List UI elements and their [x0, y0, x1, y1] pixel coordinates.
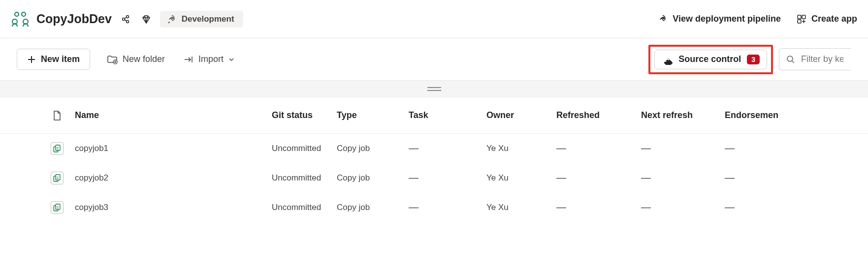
cell-endorsement: —: [723, 143, 868, 154]
stage-pill[interactable]: Development: [160, 11, 243, 28]
cell-task: —: [407, 172, 484, 183]
search-icon: [786, 55, 795, 64]
source-control-button[interactable]: Source control 3: [654, 50, 767, 69]
svg-point-5: [126, 15, 129, 18]
cell-task: —: [407, 202, 484, 213]
cell-type: Copy job: [335, 144, 407, 153]
cell-refreshed: —: [554, 172, 639, 183]
cell-owner: Ye Xu: [484, 173, 554, 183]
header-left: CopyJobDev Development: [11, 11, 243, 28]
col-refreshed[interactable]: Refreshed: [554, 110, 639, 120]
cell-type: Copy job: [335, 173, 407, 183]
col-owner[interactable]: Owner: [484, 110, 554, 120]
cell-owner: Ye Xu: [484, 144, 554, 153]
col-endorsement[interactable]: Endorsemen: [723, 110, 868, 120]
new-folder-button[interactable]: New folder: [105, 51, 167, 67]
copy-job-icon: [51, 172, 64, 184]
diamond-icon[interactable]: [139, 12, 153, 26]
table-body: copyjob1 Uncommitted Copy job — Ye Xu — …: [0, 134, 868, 222]
col-type[interactable]: Type: [335, 110, 407, 120]
create-app-label: Create app: [811, 14, 857, 24]
cell-next-refresh: —: [639, 172, 723, 183]
toolbar-right: Source control 3: [648, 45, 851, 74]
create-app-link[interactable]: Create app: [797, 14, 857, 24]
view-pipeline-link[interactable]: View deployment pipeline: [658, 14, 781, 24]
source-control-highlight: Source control 3: [648, 45, 773, 74]
cell-refreshed: —: [554, 202, 639, 213]
workspace-icon: [11, 11, 30, 28]
drag-handle[interactable]: [427, 87, 441, 91]
cell-name: copyjob2: [73, 173, 270, 183]
svg-point-0: [15, 12, 19, 16]
chevron-down-icon: [228, 57, 234, 62]
new-item-label: New item: [41, 54, 80, 64]
svg-rect-12: [802, 15, 805, 19]
stage-label: Development: [182, 14, 234, 24]
svg-point-27: [787, 56, 793, 61]
cell-name: copyjob1: [73, 144, 270, 153]
cell-git-status: Uncommitted: [270, 144, 335, 153]
cell-task: —: [407, 143, 484, 154]
svg-point-10: [663, 17, 664, 18]
header-right: View deployment pipeline Create app: [658, 14, 857, 24]
table-row[interactable]: copyjob1 Uncommitted Copy job — Ye Xu — …: [0, 134, 868, 163]
svg-line-7: [125, 17, 127, 19]
header-bar: CopyJobDev Development: [0, 0, 868, 38]
folder-plus-icon: [107, 55, 118, 64]
copy-job-icon: [51, 142, 64, 155]
source-control-label: Source control: [678, 54, 741, 64]
view-pipeline-label: View deployment pipeline: [673, 14, 781, 24]
svg-rect-11: [798, 15, 801, 19]
filter-input-wrap[interactable]: [779, 48, 851, 70]
document-icon: [53, 110, 62, 121]
cell-git-status: Uncommitted: [270, 203, 335, 212]
cell-refreshed: —: [554, 143, 639, 154]
source-control-badge: 3: [747, 55, 760, 64]
svg-line-8: [125, 20, 127, 21]
cell-git-status: Uncommitted: [270, 173, 335, 183]
svg-rect-13: [798, 20, 801, 23]
plus-icon: [27, 55, 36, 64]
col-task[interactable]: Task: [407, 110, 484, 120]
share-icon[interactable]: [119, 12, 132, 26]
git-icon: [662, 54, 673, 65]
cell-next-refresh: —: [639, 202, 723, 213]
table-row[interactable]: copyjob3 Uncommitted Copy job — Ye Xu — …: [0, 193, 868, 222]
cell-endorsement: —: [723, 172, 868, 183]
cell-name: copyjob3: [73, 203, 270, 212]
col-name[interactable]: Name: [73, 110, 270, 120]
toolbar: New item New folder Import: [0, 38, 868, 81]
cell-type: Copy job: [335, 203, 407, 212]
svg-point-9: [172, 17, 173, 18]
import-button[interactable]: Import: [182, 51, 236, 67]
svg-line-28: [792, 61, 794, 63]
new-folder-label: New folder: [123, 54, 165, 64]
col-next-refresh[interactable]: Next refresh: [639, 110, 723, 120]
col-git-status[interactable]: Git status: [270, 110, 335, 120]
app-grid-icon: [797, 14, 806, 24]
icon-column-header: [41, 110, 73, 121]
new-item-button[interactable]: New item: [17, 49, 90, 70]
drag-strip: [0, 81, 868, 97]
rocket-icon: [167, 14, 177, 24]
workspace-title: CopyJobDev: [36, 12, 112, 26]
filter-input[interactable]: [800, 54, 844, 65]
import-label: Import: [198, 54, 224, 64]
import-arrow-icon: [184, 55, 193, 64]
copy-job-icon: [51, 201, 64, 214]
items-table: Name Git status Type Task Owner Refreshe…: [0, 97, 868, 222]
cell-owner: Ye Xu: [484, 203, 554, 212]
cell-endorsement: —: [723, 202, 868, 213]
table-row[interactable]: copyjob2 Uncommitted Copy job — Ye Xu — …: [0, 163, 868, 193]
table-header-row: Name Git status Type Task Owner Refreshe…: [0, 97, 868, 134]
cell-next-refresh: —: [639, 143, 723, 154]
svg-point-1: [22, 12, 26, 16]
rocket-icon: [658, 14, 668, 24]
